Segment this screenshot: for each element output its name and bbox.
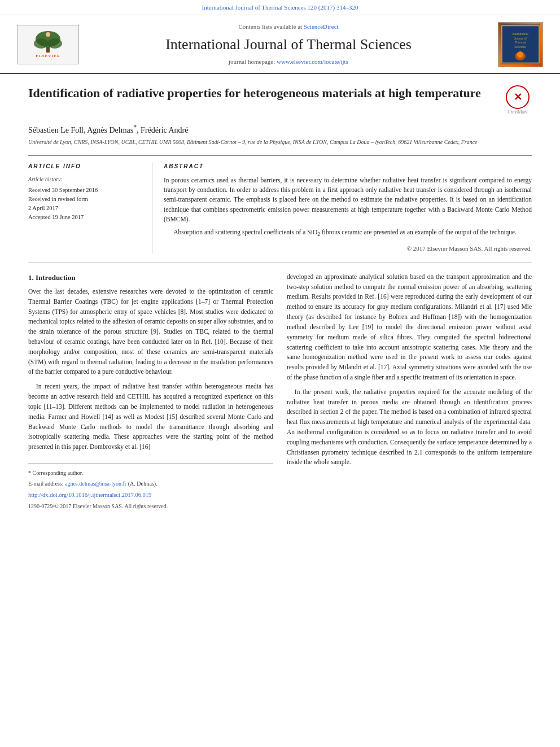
footnotes-area: * Corresponding author. E-mail address: …	[28, 464, 273, 511]
article-info-column: ARTICLE INFO Article history: Received 3…	[28, 163, 152, 253]
revised-date: 2 April 2017	[28, 204, 141, 213]
journal-logo-right: International Journal of Thermal Science…	[498, 22, 543, 67]
science-direct-line: Contents lists available at ScienceDirec…	[85, 23, 492, 32]
article-info-abstract-section: ARTICLE INFO Article history: Received 3…	[28, 155, 532, 253]
journal-ref-text: International Journal of Thermal Science…	[202, 4, 358, 11]
article-title: Identification of radiative properties f…	[28, 85, 498, 102]
affiliation: Université de Lyon, CNRS, INSA-LYON, UCB…	[28, 138, 532, 146]
svg-point-14	[517, 52, 523, 58]
body-column-right: developed an approximate analytical solu…	[287, 272, 532, 511]
crossmark-icon: ✕	[506, 85, 530, 109]
journal-header: ELSEVIER Contents lists available at Sci…	[0, 15, 560, 74]
homepage-label: journal homepage:	[229, 58, 275, 65]
authors-text: Sébastien Le Foll, Agnès Delmas*, Frédér…	[28, 126, 188, 134]
contents-available-text: Contents lists available at	[238, 23, 302, 30]
body-columns: 1. Introduction Over the last decades, e…	[28, 272, 532, 511]
body-col1-para2: In recent years, the impact of radiative…	[28, 382, 273, 452]
abstract-paragraph-2: Absorption and scattering spectral coeff…	[164, 228, 532, 239]
article-history-label: Article history:	[28, 176, 141, 184]
corresponding-author-label: * Corresponding author.	[28, 470, 83, 476]
email-suffix: (A. Delmas).	[128, 480, 158, 487]
email-note: E-mail address: agnes.delmas@insa-lyon.f…	[28, 479, 273, 488]
authors-line: Sébastien Le Foll, Agnès Delmas*, Frédér…	[28, 124, 532, 137]
journal-center-info: Contents lists available at ScienceDirec…	[85, 23, 492, 67]
svg-rect-4	[46, 47, 50, 53]
article-info-heading: ARTICLE INFO	[28, 163, 141, 171]
journal-title: International Journal of Thermal Science…	[85, 34, 492, 55]
section1-title: 1. Introduction	[28, 272, 273, 283]
svg-text:Sciences: Sciences	[514, 45, 526, 49]
copyright-line: © 2017 Elsevier Masson SAS. All rights r…	[164, 244, 532, 254]
elsevier-logo: ELSEVIER	[17, 25, 79, 64]
svg-text:Thermal: Thermal	[515, 41, 526, 45]
svg-text:ELSEVIER: ELSEVIER	[36, 54, 60, 58]
issn-line: 1290-0729/© 2017 Elsevier Masson SAS. Al…	[28, 502, 273, 511]
abstract-paragraph-1: In porous ceramics used as thermal barri…	[164, 176, 532, 224]
journal-logo-svg: International Journal of Thermal Science…	[501, 23, 540, 65]
journal-reference-line: International Journal of Thermal Science…	[0, 0, 560, 15]
body-col2-para1: developed an approximate analytical solu…	[287, 272, 532, 383]
svg-text:Journal of: Journal of	[514, 37, 527, 40]
journal-homepage-line: journal homepage: www.elsevier.com/locat…	[85, 58, 492, 67]
doi-line: http://dx.doi.org/10.1016/j.ijthermalsci…	[28, 491, 273, 500]
abstract-heading: ABSTRACT	[164, 163, 532, 171]
received-revised-label: Received in revised form	[28, 195, 141, 204]
corresponding-author-note: * Corresponding author.	[28, 469, 273, 478]
svg-text:International: International	[512, 33, 528, 36]
svg-point-5	[46, 32, 50, 37]
email-label: E-mail address:	[28, 480, 63, 487]
section-divider	[28, 263, 532, 263]
main-content: Identification of radiative properties f…	[0, 74, 560, 522]
crossmark-label: CrossMark	[506, 109, 530, 116]
body-col1-para1: Over the last decades, extensive researc…	[28, 287, 273, 377]
crossmark-badge: ✕ CrossMark	[504, 85, 532, 116]
received-date: Received 30 September 2016	[28, 186, 141, 195]
abstract-paragraph-2-text: Absorption and scattering spectral coeff…	[173, 229, 517, 235]
science-direct-link[interactable]: ScienceDirect	[304, 23, 339, 30]
elsevier-tree-svg: ELSEVIER	[25, 29, 71, 60]
abstract-column: ABSTRACT In porous ceramics used as ther…	[152, 163, 532, 253]
journal-homepage-link[interactable]: www.elsevier.com/locate/ijts	[277, 58, 348, 65]
body-column-left: 1. Introduction Over the last decades, e…	[28, 272, 273, 511]
email-link[interactable]: agnes.delmas@insa-lyon.fr	[65, 480, 126, 487]
body-col2-para2: In the present work, the radiative prope…	[287, 387, 532, 468]
elsevier-logo-container: ELSEVIER	[17, 25, 79, 64]
doi-link[interactable]: http://dx.doi.org/10.1016/j.ijthermalsci…	[28, 492, 151, 498]
accepted-date: Accepted 19 June 2017	[28, 213, 141, 222]
article-title-section: Identification of radiative properties f…	[28, 85, 532, 116]
abstract-text: In porous ceramics used as thermal barri…	[164, 176, 532, 239]
